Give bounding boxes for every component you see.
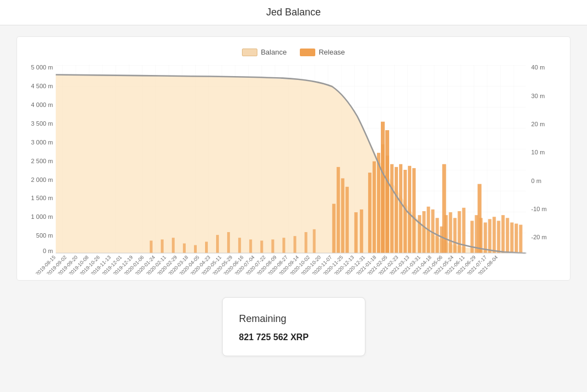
svg-text:20 m: 20 m	[531, 121, 545, 127]
svg-text:40 m: 40 m	[531, 65, 545, 71]
svg-text:2 500 m: 2 500 m	[31, 158, 53, 164]
svg-rect-78	[478, 184, 482, 253]
svg-rect-41	[368, 173, 371, 253]
svg-rect-54	[418, 215, 421, 253]
svg-text:0 m: 0 m	[531, 178, 541, 184]
chart-area: 5 000 m 4 500 m 4 000 m 3 500 m 3 000 m …	[23, 65, 564, 275]
svg-text:4 000 m: 4 000 m	[31, 101, 53, 108]
svg-rect-76	[515, 224, 518, 253]
svg-rect-32	[294, 236, 297, 253]
svg-rect-37	[341, 178, 344, 253]
svg-rect-77	[519, 225, 523, 253]
svg-text:500 m: 500 m	[36, 232, 53, 239]
svg-rect-52	[381, 122, 385, 253]
svg-rect-66	[470, 221, 473, 253]
chart-container: Balance Release 5 000 m 4 500 m 4 000	[17, 36, 570, 281]
svg-rect-69	[484, 223, 487, 253]
chart-legend: Balance Release	[23, 48, 564, 56]
release-swatch	[300, 49, 315, 56]
svg-text:5 000 m: 5 000 m	[31, 65, 53, 71]
page-title: Jed Balance	[0, 7, 587, 18]
svg-rect-47	[395, 167, 398, 253]
svg-rect-62	[453, 218, 456, 253]
svg-text:1 500 m: 1 500 m	[31, 195, 53, 201]
svg-rect-42	[373, 162, 376, 253]
svg-text:10 m: 10 m	[531, 149, 545, 155]
svg-text:0 m: 0 m	[43, 248, 53, 254]
remaining-value: 821 725 562 XRP	[239, 332, 348, 342]
svg-rect-48	[399, 164, 402, 253]
svg-rect-53	[385, 130, 389, 253]
svg-rect-21	[172, 238, 175, 253]
svg-rect-27	[238, 238, 241, 253]
svg-text:-10 m: -10 m	[531, 206, 547, 212]
svg-rect-73	[502, 215, 505, 253]
balance-swatch	[242, 49, 257, 56]
svg-rect-61	[449, 212, 452, 253]
remaining-card: Remaining 821 725 562 XRP	[222, 297, 365, 356]
svg-rect-31	[282, 238, 285, 253]
svg-rect-22	[183, 244, 186, 253]
svg-rect-36	[337, 167, 340, 253]
svg-rect-35	[332, 204, 336, 253]
svg-rect-34	[313, 229, 316, 253]
svg-rect-28	[249, 239, 252, 253]
legend-balance: Balance	[242, 48, 287, 56]
legend-release: Release	[300, 48, 345, 56]
svg-text:30 m: 30 m	[531, 92, 545, 99]
svg-rect-20	[161, 239, 164, 253]
svg-rect-25	[216, 235, 219, 253]
svg-rect-74	[506, 218, 509, 253]
svg-rect-64	[462, 208, 465, 253]
svg-text:1 000 m: 1 000 m	[31, 213, 53, 220]
svg-rect-40	[360, 210, 363, 253]
svg-rect-71	[493, 217, 496, 253]
svg-rect-75	[510, 223, 514, 253]
chart-svg: 5 000 m 4 500 m 4 000 m 3 500 m 3 000 m …	[23, 65, 564, 275]
svg-text:2 000 m: 2 000 m	[31, 176, 53, 182]
svg-rect-23	[194, 245, 197, 253]
svg-rect-26	[227, 232, 230, 253]
svg-rect-63	[457, 211, 461, 253]
svg-rect-19	[150, 240, 153, 253]
svg-rect-38	[346, 187, 349, 253]
svg-rect-33	[305, 232, 308, 253]
svg-rect-55	[422, 211, 426, 253]
svg-rect-65	[442, 164, 446, 253]
main-content: Balance Release 5 000 m 4 500 m 4 000	[0, 25, 587, 384]
svg-text:4 500 m: 4 500 m	[31, 83, 53, 89]
svg-text:-20 m: -20 m	[531, 234, 547, 240]
svg-rect-29	[260, 240, 263, 253]
svg-text:3 000 m: 3 000 m	[31, 139, 53, 146]
svg-text:3 500 m: 3 500 m	[31, 120, 53, 127]
svg-rect-46	[390, 164, 394, 253]
svg-rect-24	[205, 241, 208, 253]
svg-rect-51	[412, 168, 416, 253]
svg-rect-39	[354, 212, 358, 253]
svg-rect-70	[488, 219, 492, 253]
remaining-label: Remaining	[239, 313, 348, 325]
page-header: Jed Balance	[0, 0, 587, 25]
balance-label: Balance	[261, 48, 287, 56]
svg-rect-72	[497, 221, 500, 253]
release-label: Release	[319, 48, 345, 56]
svg-rect-50	[408, 166, 411, 253]
svg-rect-30	[271, 239, 274, 253]
